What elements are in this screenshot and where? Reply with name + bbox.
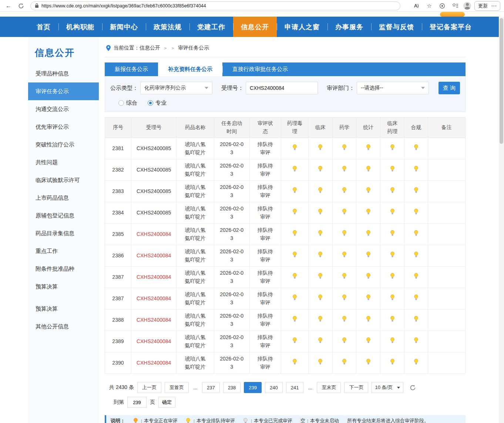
- nav-item[interactable]: 党建工作: [189, 17, 233, 37]
- column-header: 序号: [105, 118, 131, 138]
- page-button[interactable]: 237: [202, 382, 220, 393]
- back-icon[interactable]: ←: [4, 1, 13, 10]
- department-select[interactable]: --请选择--: [357, 82, 429, 94]
- goto-confirm-button[interactable]: 确定: [158, 397, 175, 408]
- page-button[interactable]: 至末页: [317, 382, 341, 393]
- sidebar-item[interactable]: 沟通交流公示: [28, 100, 99, 118]
- radio-option[interactable]: 综合: [118, 99, 137, 106]
- refresh-icon[interactable]: [16, 1, 26, 10]
- bulb-cell: [380, 288, 404, 309]
- start-date-cell: 2026-02-03: [214, 352, 249, 374]
- favorites-bar-icon[interactable]: [450, 1, 460, 10]
- column-header: 药品名称: [177, 118, 214, 138]
- page-button[interactable]: 下一页: [344, 382, 368, 393]
- sidebar-item[interactable]: 临床试验默示许可: [28, 171, 99, 189]
- page-button[interactable]: ...: [192, 382, 199, 393]
- site-info-lock-icon[interactable]: [35, 3, 39, 8]
- status-bulb-icon: [342, 294, 347, 301]
- sidebar-item[interactable]: 上市药品信息: [28, 189, 99, 207]
- sidebar-item[interactable]: 其他公开信息: [28, 318, 99, 335]
- tab[interactable]: 新报任务公示: [105, 62, 158, 76]
- nav-item[interactable]: 信息公开: [233, 17, 277, 37]
- sidebar-item[interactable]: 突破性治疗公示: [28, 136, 99, 153]
- sidebar-item[interactable]: 受理品种信息: [28, 65, 99, 82]
- page-button[interactable]: 上一页: [137, 382, 161, 393]
- goto-label: 到第: [114, 399, 124, 406]
- seq-cell: 2384: [105, 202, 131, 224]
- page-button[interactable]: 至首页: [165, 382, 189, 393]
- nav-item[interactable]: 监督与反馈: [371, 17, 422, 37]
- remark-cell: [428, 331, 465, 352]
- page-size-select[interactable]: 10 条/页: [372, 382, 403, 393]
- bulb-cell: [308, 331, 332, 352]
- bulb-cell: [356, 159, 380, 181]
- radio-dot-icon: [118, 100, 124, 106]
- start-date-cell: 2026-02-03: [214, 288, 249, 309]
- status-cell: 排队待审评: [249, 288, 281, 309]
- publicity-type-select[interactable]: 化药审评序列公示: [140, 82, 212, 94]
- window-scrollbar[interactable]: [499, 17, 504, 423]
- page-button[interactable]: ...: [307, 382, 313, 393]
- bulb-cell: [404, 309, 428, 331]
- drug-name-cell: 琥珀八氢氨吖啶片: [177, 309, 214, 331]
- column-header: 受理号: [131, 118, 177, 138]
- drug-name-cell: 琥珀八氢氨吖啶片: [177, 245, 214, 267]
- sidebar-item[interactable]: 共性问题: [28, 153, 99, 171]
- remark-cell: [428, 202, 465, 224]
- table-refresh-icon[interactable]: [410, 385, 416, 391]
- sidebar-item[interactable]: 审评任务公示: [28, 82, 99, 100]
- bulb-cell: [281, 138, 308, 159]
- status-bulb-icon: [318, 230, 323, 236]
- total-count: 共 2430 条: [109, 384, 134, 391]
- status-cell: 排队待审评: [249, 159, 281, 181]
- favorite-star-icon[interactable]: ☆: [424, 1, 434, 10]
- sidebar-item[interactable]: 重点工作: [28, 242, 99, 260]
- goto-page-input[interactable]: [127, 397, 147, 408]
- table-row: 2384CXHS2400085琥珀八氢氨吖啶片2026-02-03排队待审评: [105, 202, 466, 224]
- sidebar-item[interactable]: 药品目录集信息: [28, 224, 99, 242]
- nav-item[interactable]: 首页: [29, 17, 58, 37]
- bulb-cell: [404, 331, 428, 352]
- search-button[interactable]: 查 询: [439, 82, 460, 94]
- browser-update-button[interactable]: 更新 ⋯: [474, 1, 500, 11]
- browser-tool-icon[interactable]: [437, 1, 447, 10]
- nav-item[interactable]: 登记备案平台: [422, 17, 480, 37]
- column-header: 药理毒理: [281, 118, 308, 138]
- sidebar-item[interactable]: 预算决算: [28, 300, 99, 318]
- page-button[interactable]: 239: [244, 382, 262, 393]
- address-bar[interactable]: https://www.cde.org.cn/main/xxgk/listpag…: [30, 1, 400, 10]
- page-button[interactable]: 240: [265, 382, 283, 393]
- tab[interactable]: 直接行政审批任务公示: [222, 62, 298, 76]
- profile-avatar[interactable]: [463, 2, 471, 10]
- settings-menu-icon[interactable]: ⋯: [491, 3, 497, 9]
- bulb-cell: [356, 245, 380, 267]
- header-pill-button[interactable]: [440, 12, 465, 17]
- nav-item[interactable]: 申请人之窗: [277, 17, 327, 37]
- nav-item[interactable]: 新闻中心: [102, 17, 146, 37]
- pagination: 共 2430 条 上一页至首页...237238239240241...至末页下…: [105, 382, 466, 393]
- acceptance-number-cell: CXHS2400084: [131, 331, 177, 352]
- bulb-cell: [404, 181, 428, 202]
- radio-option[interactable]: 专业: [148, 99, 167, 106]
- page-button[interactable]: 241: [286, 382, 304, 393]
- bulb-cell: [308, 138, 332, 159]
- sidebar-item[interactable]: 优先审评公示: [28, 118, 99, 136]
- sidebar-item[interactable]: 附条件批准品种: [28, 260, 99, 278]
- page-button[interactable]: 238: [223, 382, 241, 393]
- table-row: 2387CXHS2400084琥珀八氢氨吖啶片2026-02-03排队待审评: [105, 288, 466, 309]
- nav-item[interactable]: 办事服务: [327, 17, 371, 37]
- status-bulb-icon: [292, 294, 297, 301]
- nav-item[interactable]: 政策法规: [146, 17, 189, 37]
- status-bulb-icon: [342, 166, 347, 172]
- read-aloud-icon[interactable]: A): [411, 1, 421, 10]
- scrollbar-thumb[interactable]: [500, 18, 503, 144]
- nav-item[interactable]: 机构职能: [58, 17, 102, 37]
- legend-items: ：本专业正在审评：本专业排队待审评：本专业已完成审评空：本专业未启动所有专业结束…: [133, 417, 429, 423]
- sidebar-item[interactable]: 预算决算: [28, 278, 99, 295]
- drug-name-cell: 琥珀八氢氨吖啶片: [177, 224, 214, 245]
- sidebar-item[interactable]: 原辅包登记信息: [28, 207, 99, 224]
- bulb-cell: [404, 267, 428, 288]
- tab[interactable]: 补充资料任务公示: [158, 62, 222, 76]
- table-row: 2382CXHS2400085琥珀八氢氨吖啶片2026-02-03排队待审评: [105, 159, 466, 181]
- acceptance-number-input[interactable]: [246, 82, 318, 94]
